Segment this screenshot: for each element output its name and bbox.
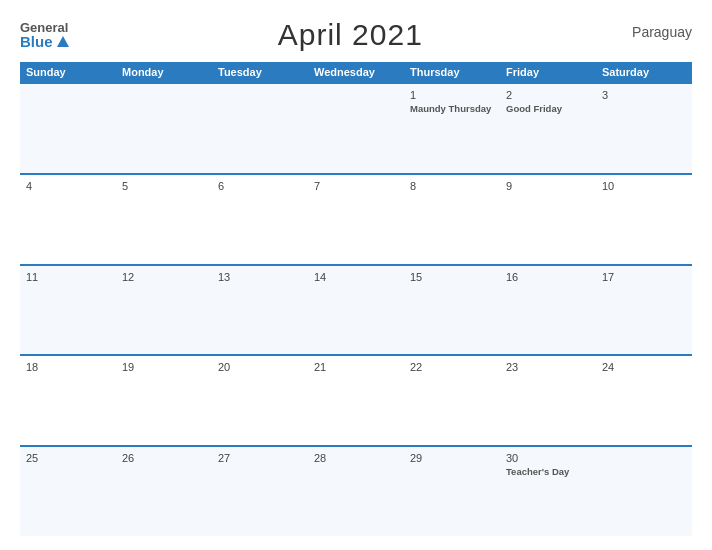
- cal-cell-w3-d4: 14: [308, 266, 404, 355]
- calendar-page: General Blue April 2021 Paraguay Sunday …: [0, 0, 712, 550]
- cell-date-number: 2: [506, 89, 590, 101]
- calendar-header: Sunday Monday Tuesday Wednesday Thursday…: [20, 62, 692, 82]
- week-row-2: 45678910: [20, 173, 692, 264]
- cell-date-number: 6: [218, 180, 302, 192]
- header-tuesday: Tuesday: [212, 62, 308, 82]
- cell-date-number: 1: [410, 89, 494, 101]
- cal-cell-w4-d6: 23: [500, 356, 596, 445]
- cell-event-label: Maundy Thursday: [410, 103, 494, 114]
- cal-cell-w1-d3: [212, 84, 308, 173]
- logo-triangle-icon: [57, 36, 69, 47]
- cal-cell-w5-d4: 28: [308, 447, 404, 536]
- cal-cell-w1-d2: [116, 84, 212, 173]
- cell-date-number: 8: [410, 180, 494, 192]
- cell-date-number: 23: [506, 361, 590, 373]
- cal-cell-w1-d6: 2Good Friday: [500, 84, 596, 173]
- cal-cell-w1-d1: [20, 84, 116, 173]
- cell-date-number: 13: [218, 271, 302, 283]
- cell-date-number: 4: [26, 180, 110, 192]
- cal-cell-w4-d3: 20: [212, 356, 308, 445]
- country-label: Paraguay: [632, 18, 692, 40]
- cal-cell-w3-d1: 11: [20, 266, 116, 355]
- cal-cell-w4-d4: 21: [308, 356, 404, 445]
- cell-date-number: 14: [314, 271, 398, 283]
- cell-date-number: 3: [602, 89, 686, 101]
- header-thursday: Thursday: [404, 62, 500, 82]
- cal-cell-w3-d5: 15: [404, 266, 500, 355]
- header-wednesday: Wednesday: [308, 62, 404, 82]
- logo: General Blue: [20, 21, 69, 49]
- week-row-1: 1Maundy Thursday2Good Friday3: [20, 82, 692, 173]
- cal-cell-w3-d6: 16: [500, 266, 596, 355]
- cal-cell-w3-d2: 12: [116, 266, 212, 355]
- cal-cell-w2-d2: 5: [116, 175, 212, 264]
- cal-cell-w5-d5: 29: [404, 447, 500, 536]
- cell-date-number: 16: [506, 271, 590, 283]
- cell-date-number: 15: [410, 271, 494, 283]
- cal-cell-w4-d1: 18: [20, 356, 116, 445]
- week-row-4: 18192021222324: [20, 354, 692, 445]
- cal-cell-w4-d5: 22: [404, 356, 500, 445]
- calendar: Sunday Monday Tuesday Wednesday Thursday…: [20, 62, 692, 536]
- cell-date-number: 27: [218, 452, 302, 464]
- header-saturday: Saturday: [596, 62, 692, 82]
- header: General Blue April 2021 Paraguay: [20, 18, 692, 52]
- week-row-5: 252627282930Teacher's Day: [20, 445, 692, 536]
- cell-date-number: 18: [26, 361, 110, 373]
- cal-cell-w3-d3: 13: [212, 266, 308, 355]
- cal-cell-w2-d3: 6: [212, 175, 308, 264]
- logo-blue-text: Blue: [20, 34, 69, 49]
- cal-cell-w4-d2: 19: [116, 356, 212, 445]
- cell-date-number: 22: [410, 361, 494, 373]
- cell-date-number: 30: [506, 452, 590, 464]
- cal-cell-w1-d4: [308, 84, 404, 173]
- cal-cell-w1-d7: 3: [596, 84, 692, 173]
- cal-cell-w2-d1: 4: [20, 175, 116, 264]
- cell-date-number: 10: [602, 180, 686, 192]
- cell-date-number: 25: [26, 452, 110, 464]
- cell-date-number: 17: [602, 271, 686, 283]
- cell-date-number: 12: [122, 271, 206, 283]
- cell-date-number: 29: [410, 452, 494, 464]
- cell-date-number: 24: [602, 361, 686, 373]
- cal-cell-w5-d2: 26: [116, 447, 212, 536]
- header-monday: Monday: [116, 62, 212, 82]
- cell-event-label: Teacher's Day: [506, 466, 590, 477]
- cal-cell-w3-d7: 17: [596, 266, 692, 355]
- header-friday: Friday: [500, 62, 596, 82]
- cell-date-number: 20: [218, 361, 302, 373]
- cal-cell-w5-d7: [596, 447, 692, 536]
- cell-date-number: 28: [314, 452, 398, 464]
- header-sunday: Sunday: [20, 62, 116, 82]
- cal-cell-w5-d1: 25: [20, 447, 116, 536]
- cal-cell-w2-d7: 10: [596, 175, 692, 264]
- cal-cell-w2-d4: 7: [308, 175, 404, 264]
- cell-date-number: 26: [122, 452, 206, 464]
- cell-date-number: 5: [122, 180, 206, 192]
- cal-cell-w5-d3: 27: [212, 447, 308, 536]
- month-title: April 2021: [278, 18, 423, 52]
- cal-cell-w2-d6: 9: [500, 175, 596, 264]
- cal-cell-w2-d5: 8: [404, 175, 500, 264]
- cell-date-number: 21: [314, 361, 398, 373]
- cell-date-number: 11: [26, 271, 110, 283]
- week-row-3: 11121314151617: [20, 264, 692, 355]
- cell-date-number: 19: [122, 361, 206, 373]
- cal-cell-w5-d6: 30Teacher's Day: [500, 447, 596, 536]
- cell-event-label: Good Friday: [506, 103, 590, 114]
- calendar-body: 1Maundy Thursday2Good Friday345678910111…: [20, 82, 692, 536]
- cal-cell-w1-d5: 1Maundy Thursday: [404, 84, 500, 173]
- cell-date-number: 7: [314, 180, 398, 192]
- cell-date-number: 9: [506, 180, 590, 192]
- cal-cell-w4-d7: 24: [596, 356, 692, 445]
